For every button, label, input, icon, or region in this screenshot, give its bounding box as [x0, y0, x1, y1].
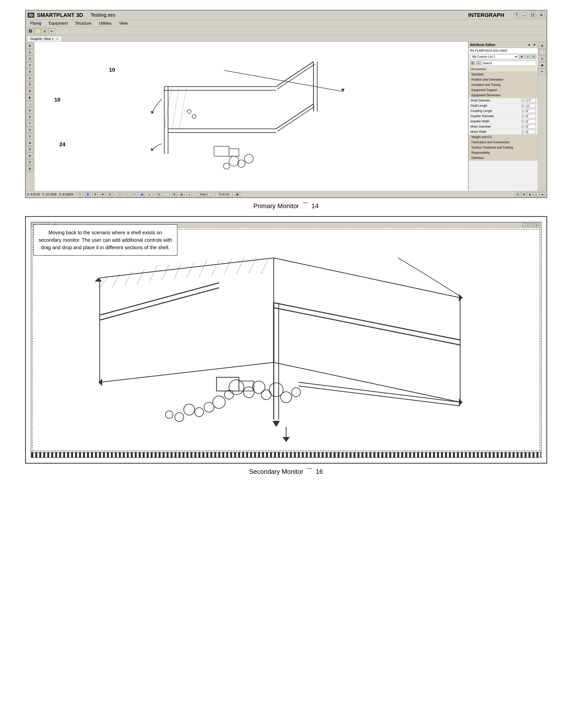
left-btn-14[interactable]: ⊡ [26, 127, 33, 133]
attr-prop-motor-diameter-value[interactable] [526, 125, 536, 129]
attr-item-surface-treatment[interactable]: Surface Treatment and Coating [469, 145, 538, 150]
attr-list-dropdown[interactable]: My Custom List 1 [470, 54, 518, 59]
toolbar-btn-3[interactable]: ⊙ [42, 28, 48, 34]
left-btn-16[interactable]: ◈ [26, 140, 33, 146]
left-btn-8[interactable]: ⊞ [26, 88, 33, 94]
status-icon-layout2[interactable]: ⊠ [521, 192, 526, 197]
status-todo-btn[interactable]: To do List [215, 192, 233, 197]
status-icon-person2[interactable]: 👥 [139, 192, 145, 197]
attr-search-input[interactable] [482, 61, 536, 66]
toolbar-btn-1[interactable]: 🖼 [27, 28, 33, 34]
left-btn-7[interactable]: ☰ [26, 82, 33, 87]
attr-info-icon-3: i [521, 115, 525, 118]
attr-item-position[interactable]: Position and Orientation [469, 77, 538, 82]
status-snap-it-btn[interactable]: Snap it [196, 192, 211, 197]
attr-item-weight-cg[interactable]: Weight and CG [469, 135, 538, 140]
right-btn-3[interactable]: ⊡ [539, 56, 546, 62]
attr-edit-btn[interactable]: ✎ [531, 55, 536, 59]
status-icon-cursor[interactable]: ↖ [78, 192, 83, 197]
attr-section-occurence[interactable]: Occurence [469, 66, 538, 72]
sec-maximize-btn[interactable]: □ [528, 223, 533, 227]
toolbar-btn-4[interactable]: ↩ [49, 28, 55, 34]
left-btn-13[interactable]: ✎ [26, 120, 33, 126]
attr-dropdown-expand[interactable]: ▼ [519, 55, 524, 59]
attr-prop-impeller-width-value[interactable] [526, 119, 536, 123]
menu-structure[interactable]: Structure [71, 20, 95, 26]
right-btn-2[interactable]: 📋 [539, 49, 546, 55]
attr-dock-btn[interactable]: ◄ [527, 43, 531, 47]
maximize-button[interactable]: ⊡ [529, 12, 536, 18]
right-btn-4[interactable]: ◉ [539, 62, 546, 68]
attr-prop-coupling-length-value[interactable] [526, 109, 536, 113]
sec-close-btn[interactable]: ✕ [534, 223, 539, 227]
status-icon-layout5[interactable]: ▰ [540, 192, 545, 197]
attr-prop-impeller-diameter-value[interactable] [526, 114, 536, 118]
primary-monitor-label: Primary Monitor ⌒ 14 [253, 201, 318, 211]
attr-prop-shaft-diameter-value[interactable] [526, 98, 536, 103]
attr-sections-scroll[interactable]: Occurence Standard Position and Orientat… [469, 66, 538, 191]
menu-utilities[interactable]: Utilities [95, 20, 115, 26]
status-icon-grid[interactable]: ⊞ [171, 192, 177, 197]
left-btn-1[interactable]: ⊞ [26, 43, 33, 49]
status-icon-hash[interactable]: ▦ [235, 192, 240, 197]
status-icon-snap[interactable]: ⊕ [92, 192, 98, 197]
status-icon-infinity[interactable]: ∞ [117, 192, 123, 197]
secondary-viewport[interactable]: 10 [31, 228, 541, 452]
left-btn-6[interactable]: ⊖ [26, 75, 33, 81]
minimize-button[interactable]: – [521, 12, 527, 18]
attr-item-equipment-support-label: Equipment Support [472, 88, 497, 92]
right-btn-5[interactable]: ✏ [539, 69, 546, 75]
status-icon-settings[interactable]: ⚙ [108, 192, 113, 197]
left-btn-20[interactable]: ⊞ [26, 166, 33, 172]
status-icon-dot[interactable]: ● [147, 192, 152, 197]
attr-item-standard[interactable]: Standard [469, 72, 538, 77]
attr-prop-motor-width-value[interactable] [526, 130, 536, 134]
attr-list-btn-1[interactable]: ☰ [470, 61, 475, 65]
toolbar-btn-2[interactable]: 📁 [34, 28, 41, 34]
attr-item-responsibility[interactable]: Responsibility [469, 150, 538, 155]
left-btn-12[interactable]: ⊚ [26, 114, 33, 120]
tab-graphic-view-1[interactable]: Graphic View 1 ✕ [27, 36, 62, 42]
left-btn-18[interactable]: ⊕ [26, 153, 33, 159]
left-btn-2[interactable]: ◎ [26, 49, 33, 55]
left-btn-9[interactable]: ◐ [26, 94, 33, 101]
left-btn-10[interactable]: 🔍 [26, 101, 33, 107]
left-btn-19[interactable]: ⊡ [26, 159, 33, 165]
status-icon-copy[interactable]: ⧉ [157, 192, 162, 197]
status-icon-layers[interactable]: ▥ [179, 192, 185, 197]
left-btn-11[interactable]: ⊛ [26, 108, 33, 114]
status-icon-plus[interactable]: ✚ [100, 192, 105, 197]
left-btn-4[interactable]: ↺ [26, 62, 33, 68]
status-icon-triangle[interactable]: △ [187, 192, 192, 197]
tab-close-btn[interactable]: ✕ [56, 37, 59, 41]
left-btn-3[interactable]: ⊡ [26, 56, 33, 62]
left-btn-5[interactable]: ⊕ [26, 69, 33, 75]
status-icon-layout4[interactable]: ▯ [533, 192, 539, 197]
status-icon-circle[interactable]: ○ [125, 192, 130, 197]
menu-piping[interactable]: Piping [26, 20, 45, 26]
close-button[interactable]: ✕ [538, 12, 545, 18]
status-icon-layout3[interactable]: ▮ [527, 192, 533, 197]
app-logo: 3D [27, 13, 34, 18]
right-btn-1[interactable]: ⊞ [539, 43, 546, 49]
sec-minimize-btn[interactable]: – [522, 223, 527, 227]
attr-prop-shaft-length-value[interactable] [526, 104, 536, 108]
attr-item-equipment-dimension[interactable]: Equipment Dimension [469, 93, 538, 98]
attr-close-btn[interactable]: ✕ [532, 43, 536, 47]
menu-view[interactable]: View [115, 20, 131, 26]
attr-list-btn-2[interactable]: ≡ [476, 61, 481, 65]
left-btn-15[interactable]: ⊙ [26, 133, 33, 139]
attr-add-list-btn[interactable]: + [525, 55, 530, 59]
status-icon-layout1[interactable]: ⊟ [515, 192, 520, 197]
status-icon-person[interactable]: 👤 [85, 192, 90, 197]
graphic-view[interactable]: 10 10 24 [34, 42, 468, 191]
left-btn-17[interactable]: ⊟ [26, 146, 33, 152]
attr-item-definition[interactable]: Definition [469, 155, 538, 161]
attr-item-fabrication[interactable]: Fabrication and Construction [469, 140, 538, 145]
status-icon-paste[interactable]: 📋 [164, 192, 169, 197]
help-button[interactable]: ? [514, 12, 519, 18]
attr-item-equipment-support[interactable]: Equipment Support [469, 87, 538, 93]
attr-item-insulation[interactable]: Insulation and Tracing [469, 82, 538, 87]
status-icon-arrow[interactable]: ↩ [132, 192, 137, 197]
menu-equipment[interactable]: Equipment [45, 20, 72, 26]
